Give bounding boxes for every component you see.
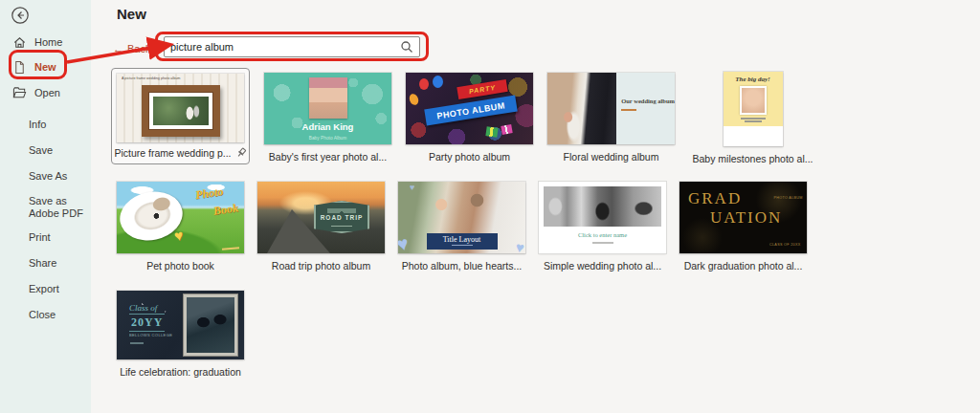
template-card-babys-first-year[interactable]: Adrian King Baby Photo Album Baby's firs…: [264, 73, 391, 163]
heart-art: ♥: [173, 228, 185, 244]
template-row: Photo Book ♥ Pet photo book ROAD TRIP Ro…: [117, 177, 807, 272]
template-card-blue-hearts[interactable]: ♥ ♥ ♥ Title Layout Photo album, blue hea…: [398, 182, 525, 272]
template-thumbnail: Class of 20YY BELLOWS COLLEGE: [117, 291, 244, 359]
home-icon: [12, 35, 27, 50]
template-card-simple-wedding[interactable]: Click to enter name Simple wedding photo…: [539, 182, 666, 272]
template-card-floral-wedding[interactable]: Our wedding album Floral wedding album: [547, 73, 675, 163]
thumbnail-title: UATION: [710, 208, 782, 228]
thumbnail-subtitle: BELLOWS COLLEGE: [129, 334, 172, 337]
sidebar-item-label: Open: [34, 87, 60, 98]
template-label: Road trip photo album: [257, 260, 385, 272]
sidebar-item-print[interactable]: Print: [29, 231, 88, 244]
template-card-party-photo-album[interactable]: PARTY PHOTO ALBUM Party photo album: [406, 73, 533, 163]
template-thumbnail: ♥ ♥ ♥ Title Layout: [398, 182, 525, 253]
heart-art: ♥: [410, 184, 414, 192]
sidebar-item-close[interactable]: Close: [29, 309, 88, 321]
thumbnail-subtitle: Baby Photo Album: [277, 136, 378, 141]
sidebar-item-save-as[interactable]: Save As: [29, 170, 88, 183]
template-row: Class of 20YY BELLOWS COLLEGE Life celeb…: [117, 286, 244, 378]
thumbnail-title: Adrian King: [264, 121, 391, 132]
page-title: New: [117, 6, 146, 22]
picture-frame-art: [142, 85, 220, 137]
gift-art: [501, 124, 512, 135]
template-thumbnail: The big day!: [724, 72, 783, 146]
sidebar-item-info[interactable]: Info: [29, 119, 88, 131]
thumbnail-title: The big day!: [724, 76, 783, 83]
search-icon[interactable]: [400, 40, 413, 54]
text-line-art: [592, 242, 613, 244]
search-input[interactable]: [165, 41, 400, 53]
back-arrow-icon: ←: [113, 43, 123, 54]
thumbnail-caption: A picture frame wedding photo album: [122, 76, 240, 80]
sidebar-item-open[interactable]: Open: [0, 81, 91, 104]
balloon-art: [433, 76, 443, 88]
open-folder-icon: [12, 86, 27, 100]
gift-art: [485, 126, 498, 138]
sidebar-item-label: Home: [34, 36, 62, 48]
ribbon-banner: PHOTO ALBUM: [424, 96, 517, 126]
template-card-road-trip[interactable]: ROAD TRIP Road trip photo album: [257, 182, 385, 272]
thumbnail-title: 20YY: [129, 314, 165, 332]
template-thumbnail: Photo Book ♥: [117, 182, 244, 253]
sidebar-item-save[interactable]: Save: [29, 144, 88, 157]
template-label: Picture frame wedding p...: [115, 147, 232, 159]
back-circle-icon: [11, 11, 30, 28]
ribbon-banner: PARTY: [457, 79, 507, 99]
thumbnail-subtitle: CLASS OF 20XX: [769, 243, 801, 247]
date-art: [130, 342, 144, 344]
template-label: Photo album, blue hearts...: [398, 260, 525, 272]
thumbnail-title: Class of: [129, 303, 157, 313]
template-label: Pet photo book: [117, 260, 244, 272]
sidebar-item-share[interactable]: Share: [29, 257, 88, 270]
thumbnail-prompt: Click to enter name: [539, 231, 666, 238]
template-label: Floral wedding album: [547, 151, 675, 163]
balloon-art: [408, 93, 420, 106]
date-art: [222, 247, 239, 250]
template-label: Dark graduation photo al...: [679, 260, 807, 272]
text-line-art: [741, 118, 766, 120]
template-row: A picture frame wedding photo album Pict…: [111, 68, 816, 164]
thumbnail-title: Our wedding album: [621, 98, 675, 104]
template-card-picture-frame-wedding[interactable]: A picture frame wedding photo album Pict…: [111, 68, 250, 164]
template-thumbnail: GRAD UATION PHOTO ALBUM CLASS OF 20XX: [679, 182, 807, 253]
thumbnail-title: Book: [212, 201, 239, 218]
back-circle-button[interactable]: [11, 6, 30, 25]
sidebar-item-home[interactable]: Home: [0, 31, 91, 54]
template-thumbnail: Adrian King Baby Photo Album: [264, 73, 391, 144]
template-card-dark-graduation[interactable]: GRAD UATION PHOTO ALBUM CLASS OF 20XX Da…: [679, 182, 807, 272]
template-thumbnail: A picture frame wedding photo album: [117, 74, 244, 142]
template-label: Party photo album: [406, 151, 533, 163]
template-label: Baby's first year photo al...: [264, 151, 391, 163]
backstage-sidebar: Home New Open Info Save Save As Save as …: [0, 0, 91, 413]
text-line-art: [745, 120, 762, 122]
thumbnail-date-art: [621, 109, 636, 111]
baby-photo-art: [309, 77, 347, 119]
template-thumbnail: PARTY PHOTO ALBUM: [406, 73, 533, 144]
template-thumbnail: ROAD TRIP: [257, 182, 385, 253]
new-document-icon: [12, 60, 27, 75]
template-thumbnail: Our wedding album: [547, 73, 675, 144]
template-card-life-celebration[interactable]: Class of 20YY BELLOWS COLLEGE Life celeb…: [117, 291, 244, 378]
template-card-pet-photo-book[interactable]: Photo Book ♥ Pet photo book: [117, 182, 244, 272]
balloon-art: [419, 78, 429, 90]
thumbnail-title: Photo: [194, 185, 224, 203]
wedding-photo-art: [547, 73, 616, 144]
title-banner: Title Layout: [427, 233, 498, 250]
template-label: Life celebration: graduation: [117, 366, 244, 378]
template-thumbnail: Click to enter name: [539, 182, 666, 253]
sidebar-item-save-as-adobe-pdf[interactable]: Save as Adobe PDF: [29, 195, 88, 220]
template-card-baby-milestones[interactable]: The big day! Baby milestones photo al...: [689, 72, 816, 164]
baby-photo-art: [740, 86, 767, 115]
template-search-box: [164, 36, 420, 57]
thumbnail-subtitle: PHOTO ALBUM: [774, 196, 803, 200]
template-label: Simple wedding photo al...: [539, 260, 666, 272]
heart-art: ♥: [398, 233, 411, 253]
back-link[interactable]: ← Back: [113, 43, 150, 54]
pin-icon[interactable]: [235, 147, 247, 159]
thumbnail-title: GRAD: [688, 189, 742, 208]
sidebar-item-new[interactable]: New: [0, 55, 91, 78]
sidebar-item-label: New: [34, 61, 56, 73]
road-trip-badge: ROAD TRIP: [314, 201, 369, 233]
bw-photo-art: [544, 186, 661, 227]
sidebar-item-export[interactable]: Export: [29, 283, 88, 295]
